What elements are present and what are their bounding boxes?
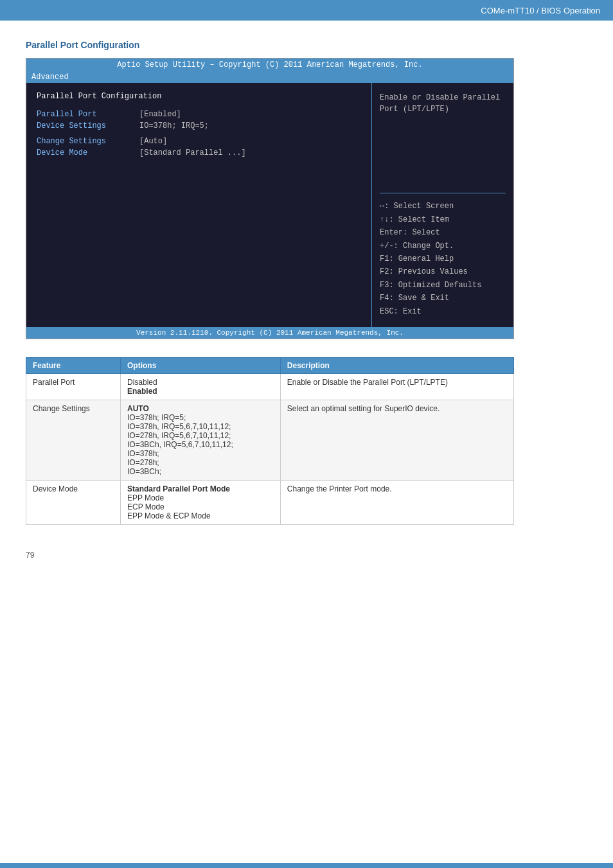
feature-change-settings: Change Settings <box>26 400 121 481</box>
bios-body: Parallel Port Configuration Parallel Por… <box>26 83 513 327</box>
feature-device-mode: Device Mode <box>26 481 121 525</box>
bios-key-f2: F2: Previous Values <box>380 265 506 278</box>
bios-section-header: Parallel Port Configuration <box>37 92 361 101</box>
bios-label-device-mode: Device Mode <box>37 148 139 157</box>
options-device-mode: Standard Parallel Port Mode EPP Mode ECP… <box>120 481 280 525</box>
bios-row-device-settings: Device Settings IO=378h; IRQ=5; <box>37 121 361 130</box>
bios-right-panel: Enable or Disable Parallel Port (LPT/LPT… <box>372 83 513 327</box>
page-number: 79 <box>26 551 587 560</box>
col-options: Options <box>120 358 280 374</box>
header-title: COMe-mTT10 / BIOS Operation <box>481 6 600 15</box>
bios-key-esc: ESC: Exit <box>380 305 506 318</box>
option-auto: AUTO <box>127 404 149 413</box>
desc-change-settings: Select an optimal setting for SuperIO de… <box>280 400 513 481</box>
col-description: Description <box>280 358 513 374</box>
bios-menu-tab[interactable]: Advanced <box>31 73 69 82</box>
table-row: Parallel Port Disabled Enabled Enable or… <box>26 374 514 400</box>
bios-row-parallel-port: Parallel Port [Enabled] <box>37 110 361 119</box>
table-row: Device Mode Standard Parallel Port Mode … <box>26 481 514 525</box>
col-feature: Feature <box>26 358 121 374</box>
bios-key-select-item: ↑↓: Select Item <box>380 213 506 226</box>
top-header: COMe-mTT10 / BIOS Operation <box>0 0 613 21</box>
bios-label-change-settings: Change Settings <box>37 137 139 146</box>
desc-device-mode: Change the Printer Port mode. <box>280 481 513 525</box>
bios-key-enter: Enter: Select <box>380 226 506 239</box>
bios-menu-bar: Advanced <box>26 71 513 83</box>
bios-title-bar: Aptio Setup Utility – Copyright (C) 2011… <box>26 58 513 71</box>
table-section: Feature Options Description Parallel Por… <box>26 357 514 525</box>
bios-value-parallel-port: [Enabled] <box>139 110 181 119</box>
bios-key-f4: F4: Save & Exit <box>380 292 506 305</box>
table-row: Change Settings AUTO IO=378h; IRQ=5; IO=… <box>26 400 514 481</box>
bios-help-top: Enable or Disable Parallel Port (LPT/LPT… <box>380 92 506 115</box>
bios-key-f3: F3: Optimized Defaults <box>380 279 506 292</box>
feature-parallel-port: Parallel Port <box>26 374 121 400</box>
bios-row-change-settings: Change Settings [Auto] <box>37 137 361 146</box>
feature-table: Feature Options Description Parallel Por… <box>26 357 514 525</box>
option-standard-parallel: Standard Parallel Port Mode <box>127 484 230 493</box>
options-change-settings: AUTO IO=378h; IRQ=5; IO=378h, IRQ=5,6,7,… <box>120 400 280 481</box>
table-header-row: Feature Options Description <box>26 358 514 374</box>
desc-parallel-port: Enable or Disable the Parallel Port (LPT… <box>280 374 513 400</box>
bios-key-select-screen: ↔: Select Screen <box>380 200 506 213</box>
bios-key-f1: F1: General Help <box>380 252 506 265</box>
bios-keys: ↔: Select Screen ↑↓: Select Item Enter: … <box>380 193 506 318</box>
section-title: Parallel Port Configuration <box>26 40 587 50</box>
option-enabled: Enabled <box>127 387 157 396</box>
bios-label-parallel-port: Parallel Port <box>37 110 139 119</box>
main-content: Parallel Port Configuration Aptio Setup … <box>0 21 613 579</box>
bios-key-change-opt: +/-: Change Opt. <box>380 240 506 252</box>
bios-value-change-settings: [Auto] <box>139 137 167 146</box>
options-parallel-port: Disabled Enabled <box>120 374 280 400</box>
bottom-bar <box>0 863 613 868</box>
bios-value-device-mode: [Standard Parallel ...] <box>139 148 246 157</box>
bios-footer: Version 2.11.1210. Copyright (C) 2011 Am… <box>26 327 513 339</box>
bios-screenshot: Aptio Setup Utility – Copyright (C) 2011… <box>26 58 514 339</box>
bios-main-panel: Parallel Port Configuration Parallel Por… <box>26 83 372 327</box>
bios-row-device-mode: Device Mode [Standard Parallel ...] <box>37 148 361 157</box>
bios-value-device-settings: IO=378h; IRQ=5; <box>139 121 209 130</box>
bios-help-text: Enable or Disable Parallel Port (LPT/LPT… <box>380 92 506 115</box>
bios-label-device-settings: Device Settings <box>37 121 139 130</box>
